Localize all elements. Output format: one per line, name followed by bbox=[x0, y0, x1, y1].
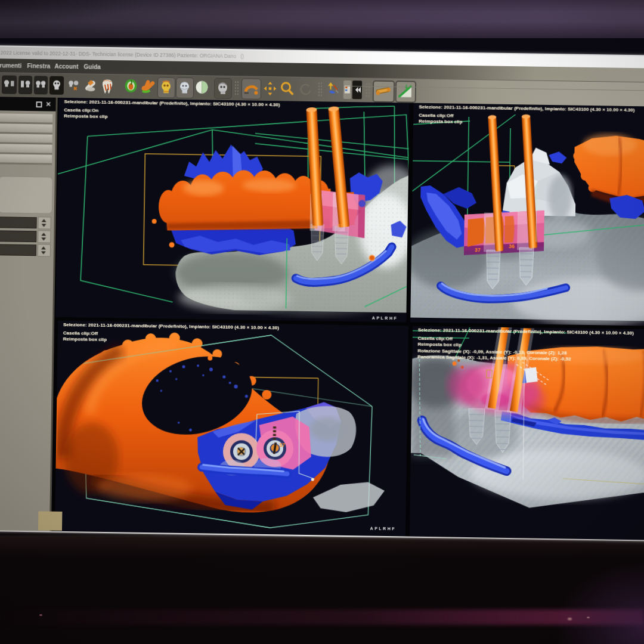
svg-text:36: 36 bbox=[509, 243, 515, 249]
svg-text:37: 37 bbox=[475, 247, 481, 253]
svg-text:37: 37 bbox=[338, 223, 343, 228]
svg-text:37: 37 bbox=[279, 442, 285, 448]
svg-text:38: 38 bbox=[312, 224, 318, 230]
